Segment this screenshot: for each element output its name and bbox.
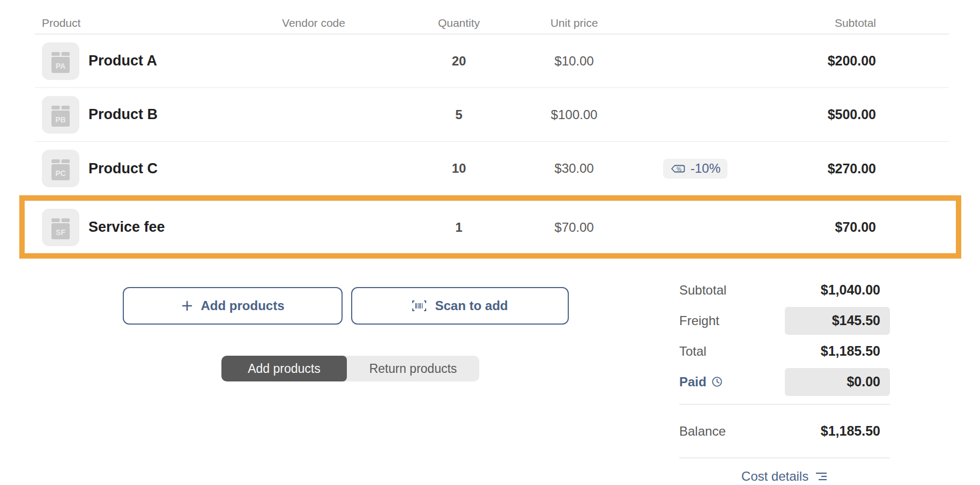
quantity-cell: 1	[410, 220, 508, 235]
table-row[interactable]: SF Service fee 1 $70.00 $70.00	[25, 201, 956, 253]
freight-value: $145.50	[832, 313, 890, 328]
product-initials: PC	[55, 169, 65, 178]
quantity-cell: 5	[410, 107, 508, 122]
discount-value: -10%	[691, 161, 721, 176]
svg-text:%: %	[677, 166, 681, 172]
product-image-placeholder-icon: SF	[42, 209, 79, 246]
column-header-unit-price: Unit price	[508, 17, 641, 30]
table-row[interactable]: PA Product A 20 $10.00 $200.00	[35, 34, 949, 88]
unit-price-cell: $10.00	[508, 54, 641, 69]
freight-label: Freight	[679, 313, 719, 328]
summary-row-total: Total $1,185.50	[679, 336, 890, 366]
product-initials: PA	[56, 62, 65, 70]
table-row[interactable]: PB Product B 5 $100.00 $500.00	[35, 88, 949, 142]
paid-label[interactable]: Paid	[679, 374, 723, 390]
plus-icon	[181, 300, 193, 312]
column-header-quantity: Quantity	[410, 17, 508, 30]
unit-price-cell: $30.00	[508, 161, 641, 176]
product-image-placeholder-icon: PA	[42, 42, 79, 80]
product-initials: SF	[56, 228, 65, 237]
clock-icon	[711, 376, 723, 387]
table-header: Product Vendor code Quantity Unit price …	[35, 12, 949, 34]
product-initials: PB	[55, 115, 65, 124]
table-row[interactable]: PC Product C 10 $30.00 % -10% $270.00	[35, 142, 949, 195]
total-label: Total	[679, 344, 707, 359]
summary-row-balance: Balance $1,185.50	[679, 405, 890, 458]
subtotal-cell: $270.00	[750, 161, 949, 177]
quantity-cell: 10	[410, 161, 508, 176]
balance-label: Balance	[679, 424, 726, 439]
column-header-vendor-code: Vendor code	[217, 17, 410, 30]
products-table: Product Vendor code Quantity Unit price …	[35, 12, 949, 259]
summary-row-subtotal: Subtotal $1,040.00	[679, 275, 890, 305]
product-image-placeholder-icon: PB	[42, 96, 79, 134]
product-name: Product B	[88, 106, 158, 123]
column-header-subtotal: Subtotal	[750, 17, 949, 30]
column-header-product: Product	[35, 17, 217, 30]
product-name: Product A	[88, 53, 157, 69]
cost-details-lines-icon	[815, 472, 828, 481]
product-name: Product C	[88, 160, 158, 177]
product-name: Service fee	[88, 219, 165, 236]
summary-row-freight: Freight $145.50	[679, 305, 890, 336]
total-value: $1,185.50	[821, 343, 890, 359]
subtotal-value: $1,040.00	[821, 282, 890, 298]
subtotal-cell: $70.00	[750, 219, 949, 235]
summary-divider	[679, 458, 890, 458]
summary-row-paid: Paid $0.00	[679, 366, 890, 397]
discount-badge[interactable]: % -10%	[663, 159, 727, 179]
barcode-scan-icon	[412, 299, 427, 312]
subtotal-cell: $500.00	[750, 107, 949, 122]
unit-price-cell: $100.00	[508, 107, 641, 122]
paid-value: $0.00	[847, 374, 890, 390]
subtotal-cell: $200.00	[750, 53, 949, 69]
add-products-button[interactable]: Add products	[123, 287, 343, 325]
order-summary: Subtotal $1,040.00 Freight $145.50 Total…	[679, 275, 890, 484]
balance-value: $1,185.50	[821, 423, 890, 439]
product-image-placeholder-icon: PC	[42, 150, 79, 187]
paid-field[interactable]: $0.00	[785, 368, 890, 396]
subtotal-label: Subtotal	[679, 283, 726, 298]
cost-details-link[interactable]: Cost details	[679, 469, 890, 484]
order-mode-toggle: Add products Return products	[221, 356, 479, 381]
freight-field[interactable]: $145.50	[785, 307, 890, 335]
scan-to-add-button[interactable]: Scan to add	[351, 287, 569, 325]
price-tag-percent-icon: %	[670, 163, 686, 174]
quantity-cell: 20	[410, 54, 508, 69]
highlighted-row-frame: SF Service fee 1 $70.00 $70.00	[19, 195, 961, 259]
toggle-option-add-products[interactable]: Add products	[221, 356, 347, 381]
toggle-option-return-products[interactable]: Return products	[347, 356, 479, 381]
unit-price-cell: $70.00	[508, 220, 641, 235]
